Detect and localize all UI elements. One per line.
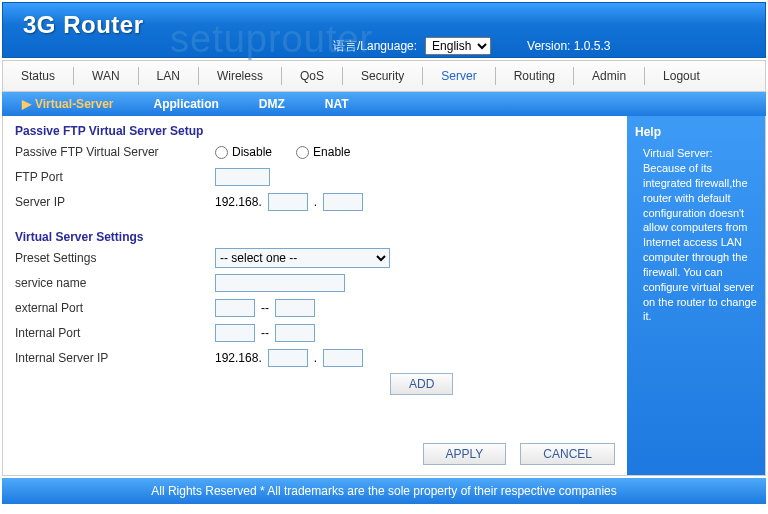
help-title: Help <box>635 124 757 140</box>
row-ftp-port: FTP Port <box>15 166 615 188</box>
label-service-name: service name <box>15 276 215 290</box>
external-port-start[interactable] <box>215 299 255 317</box>
internal-port-end[interactable] <box>275 324 315 342</box>
subtab-virtual-server[interactable]: ▶Virtual-Server <box>22 97 114 111</box>
dash-2: -- <box>261 326 269 340</box>
row-external-port: external Port -- <box>15 297 615 319</box>
row-internal-ip: Internal Server IP 192.168. . <box>15 347 615 369</box>
main-panel: Passive FTP Virtual Server Setup Passive… <box>3 116 627 475</box>
row-preset: Preset Settings -- select one -- <box>15 247 615 269</box>
subtab-application[interactable]: Application <box>154 97 219 111</box>
internal-port-start[interactable] <box>215 324 255 342</box>
label-ftp-port: FTP Port <box>15 170 215 184</box>
arrow-icon: ▶ <box>22 97 31 111</box>
header: 3G Router 语言/Language: English Version: … <box>2 2 766 58</box>
section2-title: Virtual Server Settings <box>15 230 615 244</box>
tab-lan[interactable]: LAN <box>139 67 199 85</box>
tab-routing[interactable]: Routing <box>496 67 574 85</box>
logo: 3G Router <box>3 3 765 39</box>
version-label: Version: 1.0.5.3 <box>527 39 610 53</box>
tab-wan[interactable]: WAN <box>74 67 139 85</box>
section1-title: Passive FTP Virtual Server Setup <box>15 124 615 138</box>
label-passive-ftp: Passive FTP Virtual Server <box>15 145 215 159</box>
passive-ftp-radios: Disable Enable <box>215 145 368 159</box>
label-external-port: external Port <box>15 301 215 315</box>
service-name-input[interactable] <box>215 274 345 292</box>
tab-security[interactable]: Security <box>343 67 423 85</box>
subtab-nat[interactable]: NAT <box>325 97 349 111</box>
tab-status[interactable]: Status <box>3 67 74 85</box>
subtab-dmz[interactable]: DMZ <box>259 97 285 111</box>
tab-qos[interactable]: QoS <box>282 67 343 85</box>
row-server-ip: Server IP 192.168. . <box>15 191 615 213</box>
internal-ip-oct3[interactable] <box>268 349 308 367</box>
external-port-end[interactable] <box>275 299 315 317</box>
sub-nav: ▶Virtual-Server Application DMZ NAT <box>2 92 766 116</box>
ip-prefix-2: 192.168. <box>215 351 262 365</box>
tab-wireless[interactable]: Wireless <box>199 67 282 85</box>
ftp-port-input[interactable] <box>215 168 270 186</box>
cancel-button[interactable]: CANCEL <box>520 443 615 465</box>
add-button[interactable]: ADD <box>390 373 453 395</box>
language-select[interactable]: English <box>425 37 491 55</box>
help-text: Virtual Server: Because of its integrate… <box>635 146 757 324</box>
tab-logout[interactable]: Logout <box>645 67 718 85</box>
language-bar: 语言/Language: English Version: 1.0.5.3 <box>333 37 610 55</box>
server-ip-oct4[interactable] <box>323 193 363 211</box>
ip-prefix-1: 192.168. <box>215 195 262 209</box>
row-service-name: service name <box>15 272 615 294</box>
label-internal-port: Internal Port <box>15 326 215 340</box>
row-internal-port: Internal Port -- <box>15 322 615 344</box>
label-preset: Preset Settings <box>15 251 215 265</box>
radio-disable[interactable] <box>215 146 228 159</box>
row-passive-ftp: Passive FTP Virtual Server Disable Enabl… <box>15 141 615 163</box>
help-panel: Help Virtual Server: Because of its inte… <box>627 116 765 475</box>
tab-admin[interactable]: Admin <box>574 67 645 85</box>
apply-button[interactable]: APPLY <box>423 443 507 465</box>
footer: All Rights Reserved * All trademarks are… <box>2 478 766 504</box>
internal-ip-oct4[interactable] <box>323 349 363 367</box>
main-nav: Status WAN LAN Wireless QoS Security Ser… <box>2 60 766 92</box>
tab-server[interactable]: Server <box>423 67 495 85</box>
dash-1: -- <box>261 301 269 315</box>
language-label: 语言/Language: <box>333 38 417 55</box>
server-ip-oct3[interactable] <box>268 193 308 211</box>
label-internal-ip: Internal Server IP <box>15 351 215 365</box>
radio-enable[interactable] <box>296 146 309 159</box>
content: Passive FTP Virtual Server Setup Passive… <box>2 116 766 476</box>
preset-select[interactable]: -- select one -- <box>215 248 390 268</box>
label-server-ip: Server IP <box>15 195 215 209</box>
